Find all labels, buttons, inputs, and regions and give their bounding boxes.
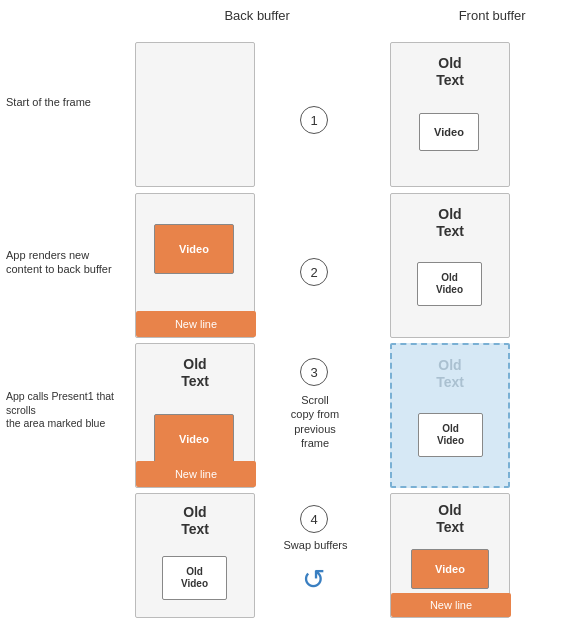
row3-step-circle: 3 <box>300 358 328 386</box>
row3-label: App calls Present1 that scrollsthe area … <box>0 390 120 431</box>
row4-front-old-text: OldText <box>391 502 509 536</box>
back-buffer-label: Back buffer <box>224 8 290 23</box>
row4-front-video: Video <box>411 549 489 589</box>
row3-back-buffer: OldText Video New line <box>135 343 255 488</box>
row3-back-old-text: OldText <box>136 356 254 390</box>
row4-step-circle: 4 <box>300 505 328 533</box>
row3-back-video: Video <box>154 414 234 464</box>
front-buffer-label: Front buffer <box>459 8 526 23</box>
row2-front-buffer: OldText OldVideo <box>390 193 510 338</box>
row3-step-label: Scrollcopy frompreviousframe <box>278 393 352 450</box>
row3-front-video: OldVideo <box>418 413 483 457</box>
row4-back-video: OldVideo <box>162 556 227 600</box>
row2-back-buffer: Video New line <box>135 193 255 338</box>
row2-front-old-text: OldText <box>391 206 509 240</box>
row2-step-circle: 2 <box>300 258 328 286</box>
row3-front-buffer: OldText OldVideo <box>390 343 510 488</box>
row4-front-newline: New line <box>391 593 511 617</box>
row1-back-buffer <box>135 42 255 187</box>
row4-front-buffer: OldText Video New line <box>390 493 510 618</box>
swap-icon: ↺ <box>302 563 325 596</box>
row2-label: App renders newcontent to back buffer <box>0 248 118 277</box>
row4-back-old-text: OldText <box>136 504 254 538</box>
row4-back-buffer: OldText OldVideo <box>135 493 255 618</box>
row1-front-old-text: OldText <box>391 55 509 89</box>
row2-back-video: Video <box>154 224 234 274</box>
row2-back-newline: New line <box>136 311 256 337</box>
row3-front-old-text: OldText <box>392 357 508 391</box>
row1-step-circle: 1 <box>300 106 328 134</box>
row1-front-video: Video <box>419 113 479 151</box>
row3-back-newline: New line <box>136 461 256 487</box>
header: Back buffer Front buffer <box>0 0 580 27</box>
row1-front-buffer: OldText Video <box>390 42 510 187</box>
row4-step-label: Swap buffers <box>283 538 348 552</box>
row1-label: Start of the frame <box>0 95 125 109</box>
row2-front-video: OldVideo <box>417 262 482 306</box>
